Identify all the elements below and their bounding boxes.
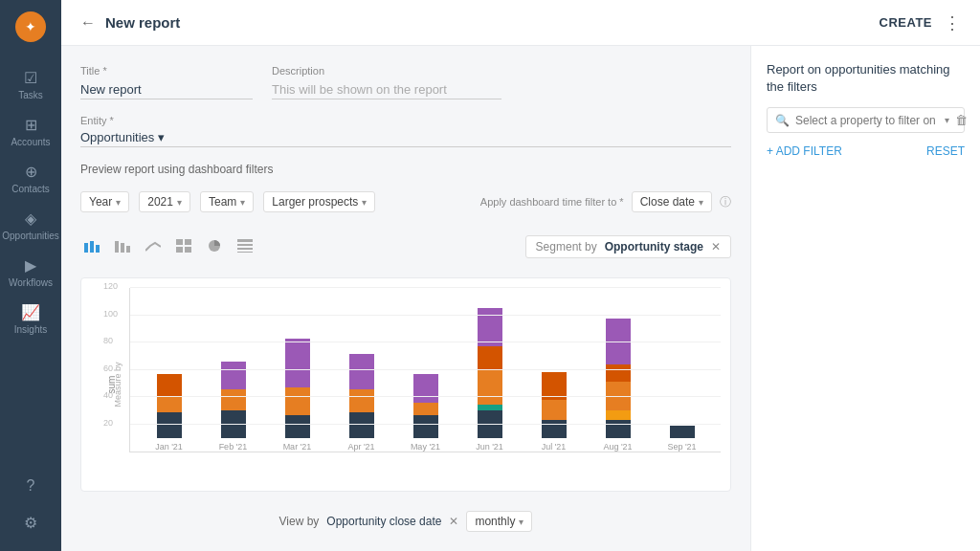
entity-group: Entity * Opportunities ▾: [80, 115, 731, 147]
bar-group: Jul '21: [524, 372, 583, 452]
workflows-icon: ▶: [25, 256, 36, 275]
segment-by-selector[interactable]: Segment by Opportunity stage ✕: [525, 235, 731, 258]
svg-rect-1: [90, 241, 94, 253]
search-icon: 🔍: [775, 114, 790, 127]
accounts-icon: ⊞: [25, 116, 37, 134]
back-button[interactable]: ←: [80, 14, 96, 32]
sidebar-item-settings[interactable]: ⚙: [24, 506, 37, 540]
title-group: Title *: [80, 65, 253, 99]
prospects-chevron-icon: ▾: [362, 197, 367, 208]
chart-toolbar: Segment by Opportunity stage ✕: [80, 228, 731, 262]
measure-label: Measure by: [113, 362, 122, 407]
year-chevron-icon: ▾: [116, 197, 121, 208]
bar-x-label: May '21: [411, 442, 440, 452]
description-group: Description: [272, 65, 501, 99]
filter-row: Year ▾ 2021 ▾ Team ▾ Larger prospects ▾ …: [80, 191, 731, 212]
svg-rect-14: [237, 248, 253, 250]
view-by-row: View by Opportunity close date ✕ monthly…: [80, 507, 731, 532]
svg-rect-2: [96, 245, 100, 253]
property-chevron-icon: ▾: [945, 115, 949, 125]
line-chart-button[interactable]: [142, 237, 165, 257]
add-filter-row: + ADD FILTER RESET: [767, 144, 965, 158]
svg-rect-0: [84, 243, 88, 253]
bar-chart-button[interactable]: [80, 237, 103, 257]
chart-container: sum Measure by 12010080604020Jan '21Feb …: [80, 277, 731, 492]
team-chevron-icon: ▾: [240, 197, 245, 208]
entity-label: Entity *: [80, 115, 731, 126]
sidebar-item-help[interactable]: ?: [24, 470, 37, 502]
bar-x-label: Mar '21: [283, 442, 312, 452]
close-date-select[interactable]: Close date ▾: [632, 191, 712, 212]
right-panel-title: Report on opportunities matching the fil…: [767, 61, 965, 96]
close-date-value: Close date: [640, 195, 695, 209]
svg-rect-10: [185, 247, 191, 253]
title-label: Title *: [80, 65, 253, 77]
bar-x-label: Feb '21: [219, 442, 248, 452]
bar-group: Aug '21: [589, 319, 647, 452]
sidebar-item-insights[interactable]: 📈 Insights: [0, 296, 61, 342]
prospects-value: Larger prospects: [272, 195, 358, 209]
svg-rect-7: [176, 239, 183, 245]
tasks-icon: ☑: [24, 69, 37, 87]
main-area: ← New report CREATE ⋮ Title * Descriptio…: [61, 0, 980, 551]
create-button[interactable]: CREATE: [880, 15, 932, 30]
header: ← New report CREATE ⋮: [61, 0, 980, 46]
view-by-select[interactable]: Opportunity close date: [326, 515, 441, 528]
sidebar-item-tasks[interactable]: ☑ Tasks: [0, 61, 61, 108]
svg-rect-6: [126, 246, 130, 253]
sidebar-item-workflows[interactable]: ▶ Workflows: [0, 249, 61, 296]
svg-rect-4: [115, 241, 119, 245]
view-by-label: View by: [279, 515, 320, 528]
svg-rect-13: [237, 244, 253, 246]
trash-icon[interactable]: 🗑: [955, 113, 968, 127]
preview-label: Preview report using dashboard filters: [80, 163, 731, 176]
year-value-filter[interactable]: 2021 ▾: [139, 191, 190, 212]
sidebar-item-opportunities[interactable]: ◈ Opportunities: [0, 202, 61, 249]
data-table-button[interactable]: [234, 237, 256, 257]
left-panel: Title * Description Entity * Opportuniti…: [61, 46, 750, 551]
more-menu-icon[interactable]: ⋮: [944, 12, 961, 33]
sidebar: ✦ ☑ Tasks ⊞ Accounts ⊕ Contacts ◈ Opport…: [0, 0, 61, 551]
entity-chevron-icon: ▾: [158, 130, 165, 144]
svg-rect-9: [176, 247, 183, 253]
help-icon: ?: [27, 477, 35, 495]
segment-by-label: Segment by: [536, 240, 597, 253]
bar-group: Mar '21: [268, 339, 326, 452]
close-date-chevron-icon: ▾: [699, 197, 703, 208]
add-filter-button[interactable]: + ADD FILTER: [767, 144, 842, 158]
entity-select[interactable]: Opportunities ▾: [80, 130, 731, 147]
pie-chart-button[interactable]: [203, 237, 226, 257]
bar-group: Sep '21: [653, 426, 711, 452]
stacked-bar-button[interactable]: [111, 237, 134, 257]
property-search-input[interactable]: [795, 114, 939, 127]
table-chart-button[interactable]: [172, 237, 195, 257]
info-icon: ⓘ: [720, 194, 731, 210]
description-input[interactable]: [272, 80, 501, 99]
settings-icon: ⚙: [24, 514, 37, 532]
year-filter[interactable]: Year ▾: [80, 191, 129, 212]
sidebar-item-accounts[interactable]: ⊞ Accounts: [0, 108, 61, 155]
bar-x-label: Apr '21: [347, 442, 374, 452]
right-panel: Report on opportunities matching the fil…: [750, 46, 980, 551]
view-by-close-icon[interactable]: ✕: [449, 515, 458, 528]
reset-button[interactable]: RESET: [926, 144, 965, 158]
bar-x-label: Jul '21: [542, 442, 567, 452]
prospects-filter[interactable]: Larger prospects ▾: [263, 191, 375, 212]
header-right: CREATE ⋮: [880, 12, 961, 33]
property-filter-search[interactable]: 🔍 ▾ 🗑: [767, 107, 965, 133]
title-input[interactable]: [80, 80, 253, 99]
segment-by-close-icon[interactable]: ✕: [711, 240, 721, 253]
page-title: New report: [105, 14, 180, 31]
team-label: Team: [209, 195, 236, 209]
insights-icon: 📈: [21, 303, 40, 321]
svg-rect-3: [115, 245, 119, 253]
svg-rect-8: [185, 239, 191, 245]
year-value-chevron-icon: ▾: [177, 197, 182, 208]
sidebar-item-contacts[interactable]: ⊕ Contacts: [0, 155, 61, 202]
team-filter[interactable]: Team ▾: [200, 191, 254, 212]
opportunities-icon: ◈: [25, 209, 36, 228]
frequency-select[interactable]: monthly ▾: [466, 511, 532, 532]
svg-rect-5: [121, 243, 124, 253]
year-value: 2021: [147, 195, 173, 209]
description-label: Description: [272, 65, 501, 77]
